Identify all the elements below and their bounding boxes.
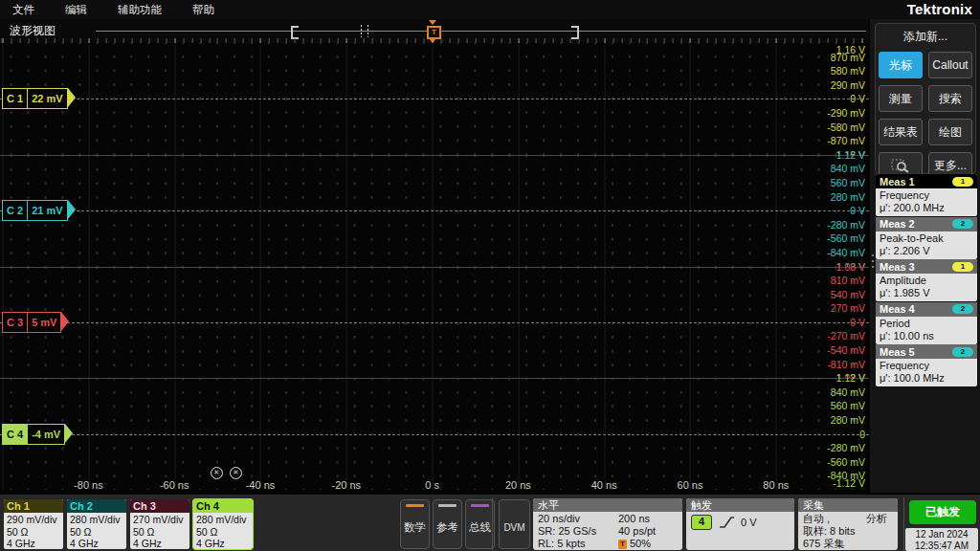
- channel-badge-body: 280 mV/div50 Ω4 GHz: [67, 513, 126, 549]
- menubar-items: 文件编辑辅助功能帮助: [0, 3, 214, 17]
- add-new-panel: 添加新... 光标Callout测量搜索结果表绘图更多...: [875, 23, 976, 174]
- horizontal-line: SR: 25 GS/s: [538, 525, 618, 538]
- channel-badge-ch1[interactable]: Ch 1290 mV/div50 Ω4 GHz: [4, 499, 63, 549]
- channel-badge-line: 50 Ω: [70, 526, 126, 539]
- channel-badge-line: 50 Ω: [196, 526, 253, 539]
- channel-label-c1[interactable]: C 122 mV: [2, 88, 68, 109]
- axis-tick-c2: -280 mV: [798, 219, 865, 231]
- button-绘图[interactable]: 绘图: [928, 119, 972, 145]
- minimap-window-right-bracket[interactable]: [571, 26, 579, 39]
- panel-splitter-handle[interactable]: [870, 249, 875, 274]
- meas-card[interactable]: Meas 22Peak-to-Peakμ': 2.206 V: [876, 217, 977, 259]
- meas-source-badge: 1: [952, 262, 973, 272]
- channel-label-c4[interactable]: C 4-4 mV: [2, 424, 65, 445]
- acquisition-mode: 自动 ,: [803, 513, 830, 525]
- horizontal-panel[interactable]: 水平 20 ns/divSR: 25 GS/sRL: 5 kpts 200 ns…: [533, 498, 682, 550]
- meas-card[interactable]: Meas 42Periodμ': 10.00 ns: [876, 302, 977, 344]
- axis-tick-c3: 270 mV: [798, 302, 865, 314]
- channel-badge-line: 4 GHz: [70, 538, 126, 549]
- channel-label-offset: 5 mV: [28, 313, 60, 332]
- channel-badge-line: 290 mV/div: [7, 514, 63, 526]
- axis-tick-c1: -870 mV: [798, 135, 865, 146]
- channel-label-name: C 2: [3, 201, 28, 220]
- acquisition-panel[interactable]: 采集 自动 , 分析 取样: 8 bits 675 采集: [798, 498, 898, 550]
- menu-item[interactable]: 文件: [12, 3, 34, 17]
- meas-card-header: Meas 11: [876, 174, 977, 188]
- channel-badge-line: 4 GHz: [196, 538, 253, 549]
- meas-card-body: Frequencyμ': 200.0 MHz: [876, 188, 977, 216]
- menu-item[interactable]: 帮助: [192, 3, 214, 17]
- button-搜索[interactable]: 搜索: [928, 85, 972, 112]
- addon-button-3[interactable]: 总线: [465, 499, 495, 549]
- meas-source-badge: 2: [952, 219, 973, 229]
- channel-badge-line: 280 mV/div: [70, 514, 126, 526]
- channel-badge-line: 50 Ω: [7, 526, 63, 539]
- time-tick-label: -20 ns: [332, 479, 362, 490]
- divider: [492, 497, 493, 551]
- meas-type: Peak-to-Peak: [880, 232, 973, 245]
- trigger-source-badge: 4: [691, 515, 712, 530]
- search-zoom-icon: [891, 158, 910, 173]
- acquisition-analysis: 分析: [866, 513, 887, 525]
- meas-card-header: Meas 22: [876, 217, 977, 231]
- minimap-window-left-bracket[interactable]: [291, 26, 299, 39]
- time-text: 12:35:47 AM: [905, 540, 978, 551]
- channel-label-tip: [61, 312, 69, 331]
- meas-type: Frequency: [880, 360, 973, 372]
- button-光标[interactable]: 光标: [879, 52, 923, 78]
- channel-label-c3[interactable]: C 35 mV: [2, 312, 61, 333]
- axis-tick-c4: 840 mV: [798, 386, 865, 398]
- channel-badge-line: 280 mV/div: [196, 514, 253, 526]
- button-Callout[interactable]: Callout: [928, 52, 972, 78]
- axis-tick-c3: -540 mV: [798, 344, 865, 356]
- rising-edge-icon: [718, 516, 735, 529]
- channel-badge-ch4[interactable]: Ch 4280 mV/div50 Ω4 GHz: [193, 499, 253, 549]
- meas-card-body: Periodμ': 10.00 ns: [876, 317, 977, 344]
- horizontal-position: 50%: [630, 538, 651, 550]
- axis-tick-c4: 280 mV: [798, 414, 865, 426]
- addon-button-2[interactable]: 参考: [433, 499, 462, 549]
- axis-tick-c3: 1.08 V: [798, 261, 865, 273]
- minimap-trigger-icon[interactable]: T: [427, 26, 441, 39]
- tab-waveform-view[interactable]: 波形视图: [10, 23, 56, 39]
- horizontal-col1: 20 ns/divSR: 25 GS/sRL: 5 kpts: [538, 513, 618, 550]
- channel-label-offset: -4 mV: [28, 425, 64, 444]
- axis-tick-c3: 0 V: [798, 317, 865, 328]
- minimap-record-line: [96, 31, 866, 32]
- trigger-panel[interactable]: 触发 4 0 V: [686, 498, 794, 550]
- meas-card-header: Meas 42: [876, 302, 977, 317]
- channel-badge-ch2[interactable]: Ch 2280 mV/div50 Ω4 GHz: [67, 499, 126, 549]
- channel-badge-line: 50 Ω: [133, 526, 189, 539]
- meas-card[interactable]: Meas 11Frequencyμ': 200.0 MHz: [876, 174, 977, 216]
- waveform-view[interactable]: C4 B C4 Δt: 4.552 ns1/Δt: 219.69 MHz Δv:…: [0, 43, 869, 490]
- channel-label-c2[interactable]: C 221 mV: [2, 200, 68, 221]
- trigger-level: 0 V: [741, 517, 757, 529]
- channel-badge-header: Ch 1: [4, 499, 63, 513]
- addon-label: 数学: [404, 507, 426, 548]
- meas-name: Meas 5: [880, 346, 915, 358]
- add-new-title: 添加新...: [876, 24, 975, 45]
- trigger-title: 触发: [686, 498, 794, 512]
- axis-tick-c3: -810 mV: [798, 359, 865, 370]
- button-测量[interactable]: 测量: [879, 85, 923, 112]
- meas-card[interactable]: Meas 31Amplitudeμ': 1.985 V: [876, 259, 977, 301]
- button-结果表[interactable]: 结果表: [879, 119, 923, 145]
- axis-tick-c1: -580 mV: [798, 121, 865, 133]
- axis-tick-c3: 540 mV: [798, 289, 865, 300]
- menu-item[interactable]: 辅助功能: [118, 3, 162, 17]
- menu-item[interactable]: 编辑: [65, 3, 87, 17]
- channel-badge-ch3[interactable]: Ch 3270 mV/div50 Ω4 GHz: [130, 499, 189, 549]
- meas-card-body: Amplitudeμ': 1.985 V: [876, 274, 977, 301]
- tektronix-logo: Tektronix: [907, 1, 972, 17]
- addon-button-1[interactable]: 数学: [400, 499, 430, 549]
- datetime-display: 12 Jan 2024 12:35:47 AM: [905, 528, 978, 551]
- minimap-trigger-arrow-top: [429, 20, 436, 25]
- cursor-b-handle[interactable]: ✕: [230, 467, 242, 479]
- channel-label-tip: [68, 200, 76, 219]
- addon-button-4[interactable]: DVM: [499, 499, 530, 549]
- meas-card[interactable]: Meas 52Frequencyμ': 100.0 MHz: [876, 344, 977, 386]
- time-tick-label: -60 ns: [160, 479, 189, 490]
- axis-tick-c2: -560 mV: [798, 232, 865, 244]
- acquisition-count: 675 采集: [803, 538, 893, 550]
- cursor-a-handle[interactable]: ✕: [211, 467, 223, 479]
